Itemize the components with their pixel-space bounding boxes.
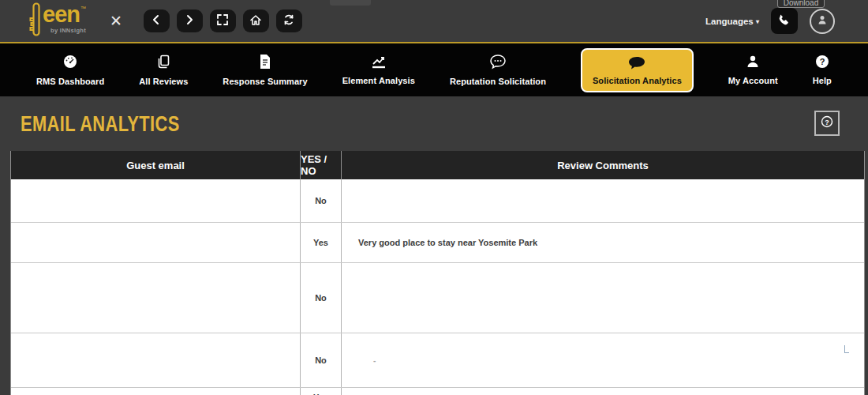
brand-text: een <box>43 2 80 26</box>
brand-byline: by INNsight <box>43 27 86 34</box>
download-label: Download <box>784 0 818 7</box>
gauge-icon <box>62 54 78 71</box>
download-button-partial[interactable]: Download <box>777 0 825 8</box>
logo-text: een ™ by INNsight <box>43 2 86 34</box>
keen-logo[interactable]: een ™ by INNsight <box>28 2 86 40</box>
chat-filled-icon <box>628 56 645 72</box>
nav-help[interactable]: ? Help <box>813 55 832 85</box>
review-comment-cell: Very good place to stay near Yosemite Pa… <box>342 223 864 262</box>
forward-icon <box>185 14 194 28</box>
nav-reputation-solicitation[interactable]: Reputation Solicitation <box>450 54 546 86</box>
browser-controls <box>144 9 302 32</box>
top-bar: Download een ™ by INNsight ✕ <box>0 0 868 43</box>
table-row[interactable]: No <box>11 179 864 223</box>
review-comment-cell <box>342 388 864 395</box>
nav-label: All Reviews <box>139 77 188 86</box>
table-body: No Yes Very good place to stay near Yose… <box>11 179 864 395</box>
chart-line-icon <box>371 55 387 70</box>
yes-no-cell: Yes <box>300 223 342 262</box>
main-nav: RMS Dashboard All Reviews Response Summa… <box>0 43 868 96</box>
table-row[interactable]: Yes <box>11 388 864 395</box>
home-icon <box>250 14 261 28</box>
languages-label: Languages <box>705 17 754 26</box>
nav-response-summary[interactable]: Response Summary <box>223 54 307 86</box>
table-row[interactable]: No <box>11 263 864 333</box>
phone-icon <box>778 13 791 29</box>
phone-button[interactable] <box>771 8 798 34</box>
profile-button[interactable] <box>810 9 835 34</box>
yes-no-cell: No <box>300 333 342 387</box>
home-button[interactable] <box>243 9 269 32</box>
chevron-down-icon: ▾ <box>756 18 759 25</box>
yes-no-cell: No <box>300 263 342 333</box>
nav-my-account[interactable]: My Account <box>728 55 778 85</box>
back-button[interactable] <box>144 9 170 32</box>
nav-rms-dashboard[interactable]: RMS Dashboard <box>36 54 104 86</box>
guest-email-cell <box>11 179 300 222</box>
svg-text:?: ? <box>819 57 825 66</box>
page-help-button[interactable]: ? <box>814 111 840 136</box>
forward-button[interactable] <box>177 9 203 32</box>
nav-label: Help <box>813 76 832 85</box>
refresh-icon <box>283 14 294 28</box>
close-icon[interactable]: ✕ <box>110 13 122 28</box>
key-icon <box>28 2 41 40</box>
fullscreen-button[interactable] <box>210 9 236 32</box>
email-analytics-table: Guest email YES / NO Review Comments No … <box>10 151 865 395</box>
nav-element-analysis[interactable]: Element Analysis <box>342 55 415 85</box>
nav-label: Reputation Solicitation <box>450 77 546 86</box>
review-comment-cell: - <box>342 333 864 387</box>
page-title: EMAIL ANALYTICS <box>21 111 180 137</box>
svg-text:?: ? <box>825 118 829 126</box>
review-comment-cell <box>342 179 864 222</box>
languages-dropdown[interactable]: Languages ▾ <box>705 17 759 26</box>
table-row[interactable]: Yes Very good place to stay near Yosemit… <box>11 223 864 263</box>
table-row[interactable]: No - <box>11 333 864 388</box>
topbar-right: Languages ▾ <box>705 8 835 34</box>
guest-email-cell <box>11 263 300 333</box>
review-comment-cell <box>342 263 864 333</box>
copy-pages-icon <box>155 54 171 71</box>
mouse-cursor <box>844 345 849 353</box>
yes-no-cell: No <box>300 179 342 222</box>
yes-no-cell: Yes <box>300 388 342 395</box>
brand-trademark: ™ <box>80 6 86 11</box>
guest-email-cell <box>11 333 300 387</box>
table-header-row: Guest email YES / NO Review Comments <box>11 151 864 179</box>
nav-solicitation-analytics[interactable]: Solicitation Analytics <box>581 48 694 92</box>
back-icon <box>152 14 161 28</box>
guest-email-cell <box>11 223 300 262</box>
nav-all-reviews[interactable]: All Reviews <box>139 54 188 86</box>
nav-label: My Account <box>728 76 778 85</box>
guest-email-cell <box>11 388 300 395</box>
document-icon <box>258 54 272 71</box>
nav-label: RMS Dashboard <box>36 77 104 86</box>
col-header-yes-no: YES / NO <box>300 151 342 179</box>
nav-label: Element Analysis <box>342 76 415 85</box>
profile-icon <box>816 13 829 29</box>
col-header-guest-email: Guest email <box>11 151 300 179</box>
nav-label: Solicitation Analytics <box>593 76 682 85</box>
person-icon <box>746 55 760 70</box>
question-circle-icon: ? <box>815 55 829 70</box>
col-header-review-comments: Review Comments <box>342 151 864 179</box>
fullscreen-icon <box>217 14 228 28</box>
nav-label: Response Summary <box>223 77 307 86</box>
tooltip-remnant <box>330 0 371 6</box>
question-outline-icon: ? <box>821 115 833 131</box>
refresh-button[interactable] <box>276 9 302 32</box>
chat-dots-icon <box>489 54 507 71</box>
